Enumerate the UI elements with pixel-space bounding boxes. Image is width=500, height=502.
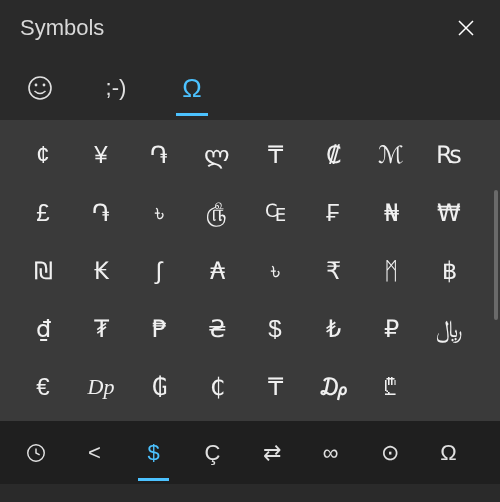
symbol-cell[interactable]: ლ [188, 126, 246, 184]
svg-point-1 [35, 84, 38, 87]
symbol-cell[interactable]: ৳ [246, 242, 304, 300]
symbol-cell[interactable]: ₹ [304, 242, 362, 300]
symbol-cell[interactable]: ﷼ [420, 300, 478, 358]
latin-icon: Ç [205, 440, 221, 466]
symbol-cell[interactable]: ₴ [188, 300, 246, 358]
symbol-cell[interactable]: ₵ [188, 358, 246, 416]
symbol-cell[interactable]: ₦ [362, 184, 420, 242]
symbol-cell[interactable]: ₾ [362, 358, 420, 416]
symbol-cell[interactable]: ᛗ [362, 242, 420, 300]
omega-small-icon: Ω [440, 440, 456, 466]
clock-icon [25, 442, 47, 464]
category-punctuation[interactable]: < [65, 425, 124, 481]
symbols-grid: ¢ ¥ ֏ ლ ₸ ₡ ℳ ₨ £ ֏ ৳ ௹ ₠ ₣ ₦ ₩ ₪ ₭ ∫ ₳ … [14, 126, 492, 416]
symbol-cell[interactable]: ¢ [14, 126, 72, 184]
tab-emoji[interactable] [20, 66, 60, 110]
category-currency[interactable]: $ [124, 425, 183, 481]
dollar-icon: $ [147, 440, 159, 466]
symbol-cell[interactable]: ₽ [362, 300, 420, 358]
omega-icon: Ω [182, 73, 201, 104]
svg-point-0 [29, 77, 51, 99]
symbol-cell[interactable]: ֏ [130, 126, 188, 184]
symbol-cell[interactable] [420, 358, 478, 416]
symbol-cell[interactable]: ₸ [246, 126, 304, 184]
close-icon [458, 20, 474, 36]
symbol-cell[interactable]: $ [246, 300, 304, 358]
category-language[interactable]: Ω [419, 425, 478, 481]
symbol-cell[interactable]: ₠ [246, 184, 304, 242]
close-button[interactable] [448, 10, 484, 46]
symbol-cell[interactable]: ∫ [130, 242, 188, 300]
symbol-cell[interactable]: ௹ [188, 184, 246, 242]
svg-point-2 [43, 84, 46, 87]
bottom-category-bar: < $ Ç ⇄ ∞ ⊙ Ω [0, 421, 500, 484]
symbol-cell[interactable]: ₩ [420, 184, 478, 242]
tab-kaomoji[interactable]: ;-) [96, 66, 136, 110]
symbol-cell[interactable]: ₫ [14, 300, 72, 358]
symbol-cell[interactable]: £ [14, 184, 72, 242]
panel-header: Symbols [0, 0, 500, 52]
circle-dot-icon: ⊙ [381, 440, 399, 466]
symbol-cell[interactable]: ₨ [420, 126, 478, 184]
scrollbar-thumb[interactable] [494, 190, 498, 320]
category-recent[interactable] [6, 425, 65, 481]
symbol-cell[interactable]: ₳ [188, 242, 246, 300]
symbol-cell[interactable]: ₪ [14, 242, 72, 300]
symbol-cell[interactable]: ৳ [130, 184, 188, 242]
symbol-cell[interactable]: ₮ [72, 300, 130, 358]
category-latin[interactable]: Ç [183, 425, 242, 481]
kaomoji-label: ;-) [106, 75, 127, 101]
category-tabs: ;-) Ω [0, 52, 500, 120]
tab-symbols[interactable]: Ω [172, 66, 212, 110]
symbol-cell[interactable]: ₲ [130, 358, 188, 416]
symbol-cell[interactable]: ֏ [72, 184, 130, 242]
category-arrows[interactable]: ⇄ [242, 425, 301, 481]
category-geometric[interactable]: ⊙ [360, 425, 419, 481]
symbol-cell[interactable]: ₱ [130, 300, 188, 358]
symbol-cell[interactable]: ฿ [420, 242, 478, 300]
category-math[interactable]: ∞ [301, 425, 360, 481]
infinity-icon: ∞ [323, 440, 339, 466]
symbol-cell[interactable]: ₭ [72, 242, 130, 300]
panel-title: Symbols [20, 15, 104, 41]
symbol-cell[interactable]: ₸ [246, 358, 304, 416]
symbol-cell[interactable]: ₣ [304, 184, 362, 242]
symbol-cell[interactable]: € [14, 358, 72, 416]
symbol-cell[interactable]: ¥ [72, 126, 130, 184]
arrows-icon: ⇄ [263, 440, 281, 466]
symbol-cell[interactable]: ℳ [362, 126, 420, 184]
smiley-icon [26, 74, 54, 102]
symbol-cell[interactable]: ₡ [304, 126, 362, 184]
symbol-cell[interactable]: ₺ [304, 300, 362, 358]
less-than-icon: < [88, 440, 101, 466]
symbols-grid-wrapper: ¢ ¥ ֏ ლ ₸ ₡ ℳ ₨ £ ֏ ৳ ௹ ₠ ₣ ₦ ₩ ₪ ₭ ∫ ₳ … [0, 120, 500, 421]
symbol-cell[interactable]: ₯ [304, 358, 362, 416]
symbol-cell[interactable]: Dp [72, 358, 130, 416]
